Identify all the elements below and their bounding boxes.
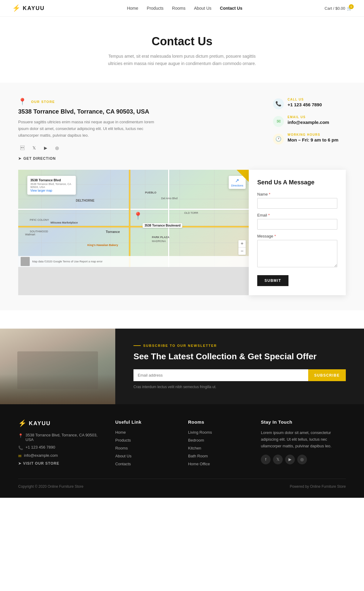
footer-email: ✉ info@example.com bbox=[18, 453, 103, 458]
footer-email-icon: ✉ bbox=[18, 454, 22, 458]
store-description: Posuere sagittis ultricies enim massa ni… bbox=[18, 119, 164, 139]
newsletter-form: SUBSCRIBE bbox=[133, 369, 346, 381]
nav-home[interactable]: Home bbox=[127, 6, 138, 11]
visit-store-icon: ➤ bbox=[18, 461, 22, 466]
map-controls: + − bbox=[238, 240, 246, 255]
hours-value: Mon – Fri: 9 am to 6 pm bbox=[288, 137, 339, 142]
footer-link-bathroom: Bath Room bbox=[188, 453, 249, 459]
hours-label: WORKING HOURS bbox=[288, 133, 339, 136]
useful-links-label: Useful Link bbox=[115, 419, 176, 425]
footer-bathroom-link[interactable]: Bath Room bbox=[188, 454, 208, 458]
email-input[interactable] bbox=[257, 219, 337, 230]
directions-label: Directions bbox=[231, 184, 243, 187]
footer-contacts-link[interactable]: Contacts bbox=[115, 462, 131, 466]
newsletter-email-input[interactable] bbox=[133, 369, 308, 381]
footer-logo-icon: ⚡ bbox=[18, 419, 27, 427]
rooms-label: Rooms bbox=[188, 419, 249, 425]
cart-button[interactable]: Cart / $0.00 🛒 0 bbox=[325, 6, 352, 11]
rooms-list: Living Rooms Bedroom Kitchen Bath Room H… bbox=[188, 429, 249, 466]
phone-icon: 📞 bbox=[273, 98, 284, 109]
contact-details: 📞 CALL US +1 123 456 7890 ✉ EMAIL US inf… bbox=[273, 98, 346, 161]
footer-link-home: Home bbox=[115, 429, 176, 435]
footer-rooms-link[interactable]: Rooms bbox=[115, 446, 128, 450]
footer-logo-text: KAYUU bbox=[29, 420, 51, 427]
hours-icon: 🕐 bbox=[273, 134, 284, 145]
name-label: Name * bbox=[257, 192, 337, 196]
logo-text: KAYUU bbox=[23, 5, 45, 12]
get-direction-button[interactable]: ➤ GET DIRECTION bbox=[18, 156, 56, 161]
navigation: Home Products Rooms About Us Contact Us bbox=[127, 6, 242, 11]
footer-facebook-icon[interactable]: f bbox=[261, 455, 271, 464]
footer-address: 📍 3538 Torrance Blvd, Torrance, CA 90503… bbox=[18, 433, 103, 442]
email-contact: ✉ EMAIL US info@example.com bbox=[273, 115, 346, 127]
message-label: Message * bbox=[257, 234, 337, 238]
footer-kitchen-link[interactable]: Kitchen bbox=[188, 446, 201, 450]
map-popup: 3538 Torrance Blvd 3538 Torrance Blvd, T… bbox=[27, 176, 76, 195]
copyright-text: Copyright © 2020 Online Furniture Store bbox=[18, 484, 83, 489]
hero-section: Contact Us Tempus amet, sit erat malesua… bbox=[0, 17, 364, 83]
footer-products-link[interactable]: Products bbox=[115, 438, 131, 442]
footer-twitter-icon[interactable]: 𝕏 bbox=[273, 455, 283, 464]
phone-contact: 📞 CALL US +1 123 456 7890 bbox=[273, 98, 346, 109]
subscribe-button[interactable]: SUBSCRIBE bbox=[308, 369, 346, 381]
footer-logo: ⚡ KAYUU bbox=[18, 419, 103, 427]
map-zoom-out[interactable]: − bbox=[238, 248, 246, 255]
visit-store-link[interactable]: ➤ VISIT OUR STORE bbox=[18, 461, 103, 466]
footer-phone-icon: 📞 bbox=[18, 446, 23, 450]
map-attribution: Map data ©2020 Google Terms of Use Repor… bbox=[32, 260, 103, 263]
hero-description: Tempus amet, sit erat malesuada lorem pu… bbox=[106, 53, 258, 67]
visit-store-label: VISIT OUR STORE bbox=[23, 461, 59, 466]
footer-link-contacts: Contacts bbox=[115, 461, 176, 466]
get-direction-label: GET DIRECTION bbox=[23, 156, 56, 161]
footer-homeoffice-link[interactable]: Home Office bbox=[188, 462, 210, 466]
footer-link-kitchen: Kitchen bbox=[188, 445, 249, 451]
email-value: info@example.com bbox=[288, 120, 329, 125]
footer-instagram-icon[interactable]: ◎ bbox=[297, 455, 307, 464]
footer-email-text: info@example.com bbox=[24, 453, 58, 458]
footer-home-link[interactable]: Home bbox=[115, 430, 126, 435]
store-label-text: OUR STORE bbox=[31, 100, 55, 104]
view-larger-map[interactable]: View larger map bbox=[30, 189, 52, 192]
map-zoom-in[interactable]: + bbox=[238, 240, 246, 248]
direction-icon: ➤ bbox=[18, 156, 22, 161]
store-address: 3538 Torrance Blvd, Torrance, CA 90503, … bbox=[18, 108, 164, 115]
name-field-group: Name * bbox=[257, 192, 337, 209]
email-icon: ✉ bbox=[273, 116, 284, 127]
contact-form: Send Us A Message Name * Email * Message bbox=[249, 170, 346, 295]
name-input[interactable] bbox=[257, 198, 337, 209]
store-info: 📍 OUR STORE 3538 Torrance Blvd, Torrance… bbox=[18, 98, 164, 161]
email-field-group: Email * bbox=[257, 213, 337, 230]
footer-living-link[interactable]: Living Rooms bbox=[188, 430, 212, 435]
submit-button[interactable]: SUBMIT bbox=[257, 275, 288, 286]
logo[interactable]: ⚡ KAYUU bbox=[12, 4, 45, 12]
hours-contact: 🕐 WORKING HOURS Mon – Fri: 9 am to 6 pm bbox=[273, 133, 346, 145]
footer-link-about: About Us bbox=[115, 453, 176, 459]
nav-contact[interactable]: Contact Us bbox=[220, 6, 242, 11]
footer-about-link[interactable]: About Us bbox=[115, 454, 131, 458]
twitter-icon[interactable]: 𝕏 bbox=[30, 144, 38, 152]
footer-youtube-icon[interactable]: ▶ bbox=[285, 455, 295, 464]
powered-by-text: Powered by Online Furniture Store bbox=[290, 484, 346, 489]
footer-link-bedroom: Bedroom bbox=[188, 437, 249, 443]
location-icon: 📍 bbox=[18, 98, 27, 106]
footer-bedroom-link[interactable]: Bedroom bbox=[188, 438, 204, 442]
footer-useful-links: Useful Link Home Products Rooms About Us… bbox=[115, 419, 176, 466]
nav-products[interactable]: Products bbox=[147, 6, 163, 11]
email-label: EMAIL US bbox=[288, 115, 329, 119]
social-icons:  𝕏 ▶ ◎ bbox=[18, 144, 164, 152]
nav-rooms[interactable]: Rooms bbox=[172, 6, 185, 11]
map-bottom-bar: Map data ©2020 Google Terms of Use Repor… bbox=[18, 256, 249, 267]
facebook-icon[interactable]:  bbox=[18, 144, 27, 152]
instagram-icon[interactable]: ◎ bbox=[53, 144, 61, 152]
newsletter-note: Cras interdum lectus velit nibh semectus… bbox=[133, 385, 346, 389]
footer-phone: 📞 +1 123 456 7890 bbox=[18, 445, 103, 450]
nav-about[interactable]: About Us bbox=[194, 6, 211, 11]
map-pin-label: 3538 Torrance Boulevard bbox=[143, 223, 182, 228]
youtube-icon[interactable]: ▶ bbox=[41, 144, 50, 152]
call-label: CALL US bbox=[288, 98, 322, 101]
footer-address-text: 3538 Torrance Blvd, Torrance, CA 90503, … bbox=[25, 433, 103, 442]
message-textarea[interactable] bbox=[257, 240, 337, 267]
map-container[interactable]: PUEBLO DELTHORNE PIFIC COLONY Torrance M… bbox=[18, 170, 249, 295]
contact-info-section: 📍 OUR STORE 3538 Torrance Blvd, Torrance… bbox=[0, 83, 364, 310]
message-field-group: Message * bbox=[257, 234, 337, 268]
